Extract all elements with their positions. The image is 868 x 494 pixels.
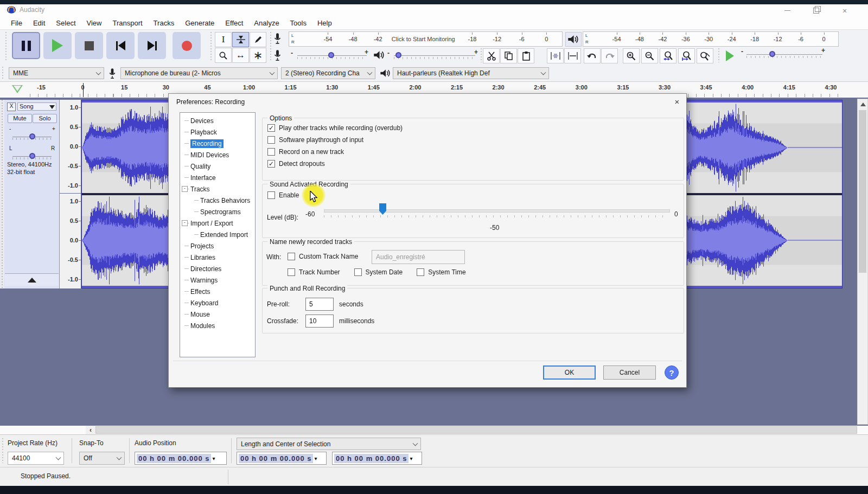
horizontal-scroll-thumb[interactable]: [95, 426, 857, 434]
zoom-selection-button[interactable]: [660, 48, 676, 63]
checkbox-track-number[interactable]: Track Number: [288, 268, 340, 276]
skip-to-end-button[interactable]: [138, 32, 166, 59]
tree-expander-icon[interactable]: -: [182, 220, 188, 226]
checkbox-record-on-a-new-track[interactable]: Record on a new track: [267, 148, 669, 156]
recording-device-dropdown[interactable]: Microphone de bureau (2- Micros: [120, 67, 278, 79]
playspeed-grip[interactable]: [717, 48, 720, 62]
vertical-scroll-thumb[interactable]: [859, 110, 866, 273]
selection-mode-dropdown[interactable]: Length and Center of Selection: [237, 438, 421, 450]
preroll-input[interactable]: 5: [305, 298, 334, 311]
selection-start-field[interactable]: 00 h 00 m 00.000 s ▾: [237, 452, 327, 465]
close-button[interactable]: ×: [832, 4, 857, 17]
audio-position-field[interactable]: 00 h 00 m 00.000 s ▾: [135, 452, 227, 465]
help-button[interactable]: ?: [665, 365, 679, 380]
playback-volume-slider[interactable]: [394, 50, 475, 61]
cancel-button[interactable]: Cancel: [603, 365, 656, 380]
play-at-speed-button[interactable]: [723, 49, 737, 62]
play-speed-thumb[interactable]: [769, 51, 775, 57]
tree-item-modules[interactable]: Modules: [180, 320, 255, 331]
copy-button[interactable]: [500, 48, 517, 63]
menu-item-generate[interactable]: Generate: [180, 19, 220, 27]
horizontal-scrollbar[interactable]: ‹: [0, 426, 868, 434]
snap-to-dropdown[interactable]: Off: [79, 452, 125, 465]
tree-item-quality[interactable]: Quality: [180, 161, 255, 172]
selection-tool-button[interactable]: I: [215, 32, 232, 47]
undo-button[interactable]: [584, 48, 601, 63]
selection-end-field[interactable]: 00 h 00 m 00.000 s ▾: [332, 452, 422, 465]
gain-slider[interactable]: [8, 132, 56, 141]
level-slider-track[interactable]: [324, 209, 670, 213]
enable-checkbox[interactable]: Enable: [267, 191, 299, 199]
tree-item-directories[interactable]: Directories: [180, 263, 255, 274]
menu-item-edit[interactable]: Edit: [28, 19, 50, 27]
playback-volume-thumb[interactable]: [395, 52, 401, 58]
zoom-fit-button[interactable]: [678, 48, 695, 63]
checkbox-system-time[interactable]: System Time: [417, 268, 465, 276]
checkbox-icon[interactable]: [417, 268, 424, 276]
checkbox-detect-dropouts[interactable]: ✓Detect dropouts: [267, 160, 669, 168]
play-button[interactable]: [43, 32, 72, 59]
checkbox-icon[interactable]: [288, 253, 295, 260]
play-speed-slider[interactable]: [746, 49, 822, 60]
scroll-left-icon[interactable]: ‹: [86, 426, 95, 434]
timefield-caret-icon[interactable]: ▾: [212, 455, 215, 461]
recording-channels-dropdown[interactable]: 2 (Stereo) Recording Cha: [281, 67, 375, 79]
menu-item-select[interactable]: Select: [50, 19, 81, 27]
tree-item-extended-import[interactable]: Extended Import: [180, 229, 255, 240]
checkbox-icon[interactable]: ✓: [267, 160, 275, 168]
record-button[interactable]: [173, 32, 201, 59]
mute-button[interactable]: Mute: [8, 114, 32, 123]
tree-item-keyboard[interactable]: Keyboard: [180, 297, 255, 309]
checkbox-icon[interactable]: [288, 268, 295, 276]
preferences-tree[interactable]: DevicesPlaybackRecordingMIDI DevicesQual…: [180, 112, 256, 357]
checkbox-icon[interactable]: [267, 136, 275, 144]
tree-item-tracks-behaviors[interactable]: Tracks Behaviors: [180, 195, 255, 206]
tree-item-midi-devices[interactable]: MIDI Devices: [180, 149, 255, 161]
playback-meter-speaker-button[interactable]: [565, 32, 582, 47]
checkbox-icon[interactable]: [267, 191, 275, 199]
scroll-up-icon[interactable]: [860, 102, 866, 106]
pan-thumb[interactable]: [29, 153, 35, 159]
paste-button[interactable]: [518, 48, 534, 63]
tree-item-interface[interactable]: Interface: [180, 172, 255, 183]
skip-to-start-button[interactable]: [106, 32, 135, 59]
tree-item-effects[interactable]: Effects: [180, 286, 255, 297]
checkbox-icon[interactable]: ✓: [267, 124, 275, 132]
timefield-caret-icon[interactable]: ▾: [314, 455, 317, 461]
zoom-in-button[interactable]: [623, 48, 640, 63]
track-control-panel[interactable]: X Song Mute Solo - + L R Stereo, 44100Hz…: [4, 100, 60, 288]
project-rate-dropdown[interactable]: 44100: [8, 452, 64, 465]
pause-button[interactable]: [12, 32, 40, 59]
zoom-toggle-button[interactable]: [697, 48, 713, 63]
track-name-dropdown[interactable]: Song: [17, 102, 56, 111]
tree-item-recording[interactable]: Recording: [180, 138, 255, 149]
tree-item-warnings[interactable]: Warnings: [180, 274, 255, 286]
cut-button[interactable]: [483, 48, 500, 63]
audio-host-dropdown[interactable]: MME: [9, 67, 104, 79]
custom-track-name-checkbox[interactable]: Custom Track Name: [288, 253, 358, 260]
trim-audio-button[interactable]: [547, 48, 564, 63]
silence-audio-button[interactable]: [564, 48, 581, 63]
zoom-out-button[interactable]: [641, 48, 658, 63]
menu-item-tracks[interactable]: Tracks: [148, 19, 180, 27]
selbar-grip[interactable]: [1, 438, 4, 463]
tree-item-tracks[interactable]: -Tracks: [180, 183, 255, 195]
restore-button[interactable]: [803, 4, 828, 17]
minimize-button[interactable]: [775, 4, 800, 17]
recording-volume-slider[interactable]: [297, 50, 367, 61]
tree-item-mouse[interactable]: Mouse: [180, 309, 255, 320]
tree-item-import-export[interactable]: -Import / Export: [180, 217, 255, 229]
checkbox-icon[interactable]: [354, 268, 362, 276]
tree-item-spectrograms[interactable]: Spectrograms: [180, 206, 255, 217]
recording-volume-thumb[interactable]: [328, 52, 334, 58]
timefield-caret-icon[interactable]: ▾: [410, 455, 412, 461]
menu-item-tools[interactable]: Tools: [285, 19, 312, 27]
envelope-tool-button[interactable]: [232, 32, 249, 47]
menu-item-view[interactable]: View: [81, 19, 107, 27]
menu-item-analyze[interactable]: Analyze: [248, 19, 284, 27]
track-collapse-button[interactable]: [5, 273, 59, 286]
gain-thumb[interactable]: [29, 133, 35, 139]
solo-button[interactable]: Solo: [33, 114, 57, 123]
timeline-pin-icon[interactable]: [12, 85, 23, 93]
dialog-close-button[interactable]: ×: [670, 96, 684, 108]
